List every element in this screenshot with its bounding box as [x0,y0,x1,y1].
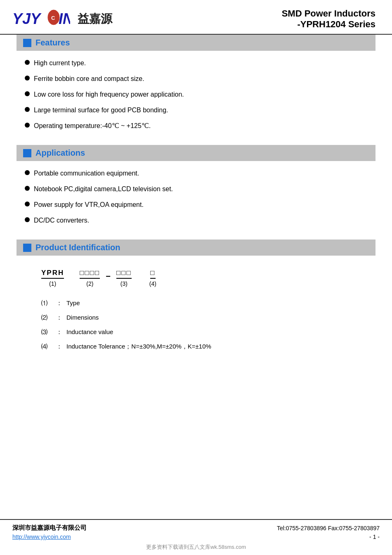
applications-title: Applications [35,148,85,158]
product-id-blue-square-icon [23,244,31,252]
list-item: High current type. [25,58,375,68]
svg-text:YJY: YJY [12,10,42,27]
app-item-text: DC/DC converters. [34,216,89,225]
desc-text: Inductance value [66,328,113,335]
code-line: YPRH (1) □□□□ (2) − □□□ (3) [41,269,359,287]
desc-num: ⑷ [41,343,54,351]
bullet-icon [25,217,30,222]
code-num-2: (2) [86,280,93,287]
footer-company: 深圳市益嘉源电子有限公司 [12,524,87,532]
list-item: Notebook PC,digital camera,LCD televisio… [25,184,375,194]
bullet-icon [25,60,30,65]
features-header: Features [17,35,375,51]
title-line2: -YPRH1204 Series [282,19,375,30]
bullet-icon [25,91,30,96]
list-item: Low core loss for high frequency power a… [25,90,375,100]
bullet-icon [25,186,30,191]
logo-icon: YJY C IN [12,8,70,30]
app-item-text: Power supply for VTR,OA equipment. [34,200,144,210]
main-content: Features High current type. Ferrite bobb… [0,35,392,442]
desc-colon: ： [56,343,62,351]
desc-colon: ： [56,328,62,336]
applications-blue-square-icon [23,149,31,157]
product-id-diagram: YPRH (1) □□□□ (2) − □□□ (3) [17,261,375,294]
list-item: Large terminal surface for good PCB bond… [25,105,375,115]
footer-row-1: 深圳市益嘉源电子有限公司 Tel:0755-27803896 Fax:0755-… [12,524,380,532]
list-item: ⑶ ： Inductance value [41,328,375,336]
footer-watermark: 更多资料下载请到五八文库wk.58sms.com [12,543,380,551]
code-dash: − [106,272,111,281]
header-title: SMD Power Inductors -YPRH1204 Series [282,8,375,30]
bullet-icon [25,202,30,206]
list-item: ⑴ ： Type [41,299,375,307]
code-num-3: (3) [120,280,128,287]
code-part-2: □□□□ (2) [80,269,100,287]
feature-item-text: Ferrite bobbin core and compact size. [34,74,144,84]
footer-row-2: http://www.yjycoin.com - 1 - [12,534,380,540]
title-line1: SMD Power Inductors [282,8,375,19]
bullet-icon [25,170,30,175]
features-list: High current type. Ferrite bobbin core a… [17,56,375,141]
footer-page: - 1 - [369,534,380,540]
list-item: Power supply for VTR,OA equipment. [25,200,375,210]
svg-text:C: C [51,15,55,21]
product-id-section: Product Identification YPRH (1) □□□□ (2)… [17,240,375,361]
footer-url[interactable]: http://www.yjycoin.com [12,534,71,540]
code-part-1: YPRH (1) [41,269,64,287]
logo-area: YJY C IN 益嘉源 [12,8,112,30]
list-item: Ferrite bobbin core and compact size. [25,74,375,84]
applications-list: Portable communication equipment. Notebo… [17,166,375,235]
app-item-text: Portable communication equipment. [34,168,139,178]
list-item: DC/DC converters. [25,216,375,225]
desc-colon: ： [56,299,62,307]
code-num-1: (1) [49,280,56,287]
bullet-icon [25,76,30,81]
feature-item-text: Operating temperature:-40℃ ~ +125℃. [34,121,151,131]
feature-item-text: High current type. [34,58,86,68]
code-spacer [70,272,74,281]
list-item: ⑷ ： Inductance Tolerance；N=±30%,M=±20%，K… [41,343,375,351]
applications-section: Applications Portable communication equi… [17,145,375,235]
bullet-icon [25,107,30,112]
feature-item-text: Large terminal surface for good PCB bond… [34,105,168,115]
description-list: ⑴ ： Type ⑵ ： Dimensions ⑶ ： Inductance v… [17,294,375,361]
code-chars-2: □□□□ [80,269,100,279]
footer-contact: Tel:0755-27803896 Fax:0755-27803897 [277,525,380,531]
desc-num: ⑴ [41,299,54,307]
code-num-4: (4) [149,280,156,287]
code-part-4: □ (4) [149,269,156,287]
page-header: YJY C IN 益嘉源 SMD Power Inductors -YPRH12… [0,0,392,35]
desc-colon: ： [56,314,62,322]
feature-item-text: Low core loss for high frequency power a… [34,90,184,100]
desc-num: ⑶ [41,328,54,336]
code-part-3: □□□ (3) [116,269,132,287]
list-item: Portable communication equipment. [25,168,375,178]
logo-text-cn: 益嘉源 [78,11,112,27]
features-title: Features [35,38,70,47]
page-footer: 深圳市益嘉源电子有限公司 Tel:0755-27803896 Fax:0755-… [0,519,392,555]
code-chars-1: YPRH [41,269,64,279]
features-blue-square-icon [23,39,31,47]
desc-text: Type [66,299,80,306]
code-chars-3: □□□ [116,269,132,279]
desc-text: Inductance Tolerance；N=±30%,M=±20%，K=±10… [66,343,211,351]
features-section: Features High current type. Ferrite bobb… [17,35,375,141]
desc-text: Dimensions [66,314,99,321]
product-id-title: Product Identification [35,243,120,252]
product-id-header: Product Identification [17,240,375,256]
code-chars-4: □ [150,269,155,279]
bullet-icon [25,123,30,128]
desc-num: ⑵ [41,314,54,322]
svg-text:IN: IN [59,10,70,27]
list-item: Operating temperature:-40℃ ~ +125℃. [25,121,375,131]
applications-header: Applications [17,145,375,161]
code-spacer2 [137,273,144,281]
spacer [0,442,392,519]
list-item: ⑵ ： Dimensions [41,314,375,322]
app-item-text: Notebook PC,digital camera,LCD televisio… [34,184,173,194]
